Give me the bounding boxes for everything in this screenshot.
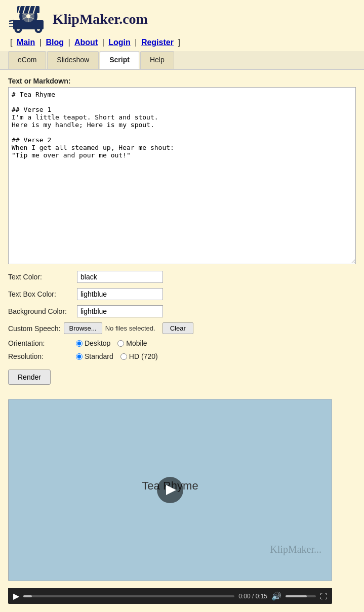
resolution-hd-option: HD (720): [120, 352, 158, 360]
script-textarea[interactable]: # Tea Rhyme ## Verse 1 I'm a little teap…: [8, 87, 356, 264]
resolution-standard-label: Standard: [85, 352, 113, 360]
volume-bar[interactable]: [286, 595, 316, 597]
custom-speech-row: Custom Speech: Browse... No files select…: [8, 322, 356, 334]
video-preview: Tea Rhyme KlipMaker...: [8, 399, 332, 581]
resolution-hd-label: HD (720): [129, 352, 158, 360]
resolution-hd-radio[interactable]: [120, 353, 127, 360]
tab-help[interactable]: Help: [140, 51, 174, 69]
main-content: Text or Markdown: # Tea Rhyme ## Verse 1…: [0, 70, 364, 392]
nav-sep-3: |: [102, 38, 107, 47]
time-display: 0:00 / 0:15: [238, 593, 267, 600]
text-color-input[interactable]: [77, 271, 163, 283]
textbox-color-input[interactable]: [77, 288, 163, 300]
time-total: 0:15: [256, 593, 267, 600]
nav-about[interactable]: About: [74, 38, 98, 47]
watermark: KlipMaker...: [270, 544, 321, 555]
orientation-row: Orientation: Desktop Mobile: [8, 339, 356, 347]
bg-color-row: Background Color:: [8, 305, 356, 317]
time-separator: /: [252, 593, 256, 600]
nav-login[interactable]: Login: [108, 38, 131, 47]
nav-sep-4: |: [135, 38, 139, 47]
resolution-row: Resolution: Standard HD (720): [8, 352, 356, 360]
resolution-standard-radio[interactable]: [76, 353, 83, 360]
nav-bracket-close: ]: [178, 38, 180, 47]
svg-line-17: [9, 23, 13, 24]
clear-button[interactable]: Clear: [163, 322, 193, 334]
tab-slideshow[interactable]: Slideshow: [47, 51, 99, 69]
logo-area: KlipMaker.com: [8, 5, 148, 33]
orientation-label: Orientation:: [8, 339, 69, 347]
nav-blog[interactable]: Blog: [46, 38, 64, 47]
orientation-mobile-radio[interactable]: [117, 340, 124, 347]
no-file-text: No files selected.: [105, 324, 155, 332]
play-button-overlay[interactable]: [157, 477, 183, 503]
bg-color-label: Background Color:: [8, 307, 74, 315]
resolution-standard-option: Standard: [76, 352, 113, 360]
textbox-color-label: Text Box Color:: [8, 290, 74, 298]
bg-color-input[interactable]: [77, 305, 163, 317]
orientation-mobile-label: Mobile: [126, 339, 147, 347]
orientation-desktop-label: Desktop: [85, 339, 110, 347]
nav: [ Main | Blog | About | Login | Register…: [0, 36, 364, 51]
fullscreen-button[interactable]: ⛶: [320, 592, 327, 600]
render-button[interactable]: Render: [8, 370, 51, 385]
text-color-row: Text Color:: [8, 271, 356, 283]
nav-register[interactable]: Register: [141, 38, 174, 47]
nav-sep-1: |: [39, 38, 44, 47]
textarea-label: Text or Markdown:: [8, 77, 356, 85]
tabs: eCom Slideshow Script Help: [0, 51, 364, 70]
time-current: 0:00: [238, 593, 250, 600]
resolution-label: Resolution:: [8, 352, 69, 360]
custom-speech-label: Custom Speech:: [8, 324, 61, 333]
progress-bar-fill: [23, 595, 32, 597]
textbox-color-row: Text Box Color:: [8, 288, 356, 300]
progress-bar[interactable]: [23, 595, 234, 597]
orientation-desktop-option: Desktop: [76, 339, 110, 347]
orientation-mobile-option: Mobile: [117, 339, 147, 347]
nav-sep-2: |: [68, 38, 72, 47]
volume-icon[interactable]: 🔊: [271, 591, 281, 601]
volume-bar-fill: [286, 595, 307, 597]
browse-button[interactable]: Browse...: [64, 322, 102, 334]
tab-ecom[interactable]: eCom: [8, 51, 46, 69]
play-pause-button[interactable]: ▶: [13, 591, 19, 601]
video-controls: ▶ 0:00 / 0:15 🔊 ⛶: [8, 588, 332, 604]
logo-icon: [8, 5, 49, 33]
nav-main[interactable]: Main: [17, 38, 35, 47]
tab-script[interactable]: Script: [100, 51, 139, 69]
nav-bracket-open: [: [10, 38, 15, 47]
text-color-label: Text Color:: [8, 273, 74, 281]
logo-text: KlipMaker.com: [53, 11, 148, 27]
header: KlipMaker.com: [0, 0, 364, 36]
orientation-desktop-radio[interactable]: [76, 340, 83, 347]
